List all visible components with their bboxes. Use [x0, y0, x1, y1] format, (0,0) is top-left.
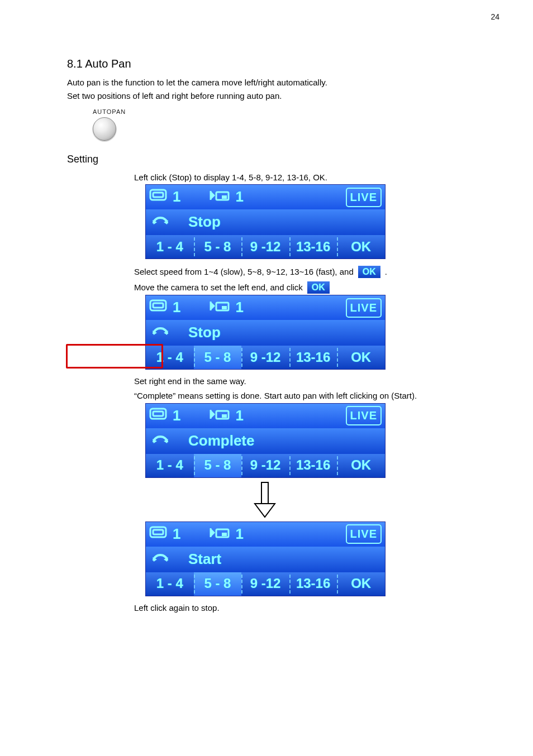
pip-number: 1 [235, 524, 243, 545]
range-13-16[interactable]: 13-16 [289, 346, 337, 369]
ok-button[interactable]: OK [337, 346, 385, 369]
section-title: 8.1 Auto Pan [67, 56, 477, 72]
monitor-number: 1 [173, 524, 180, 545]
autopan-hardware-button[interactable] [93, 117, 116, 141]
monitor-icon [149, 407, 168, 425]
cycle-icon [149, 212, 172, 232]
panel4-midbar: Start [146, 547, 385, 572]
complete-rest: means setting is done. Start auto pan wi… [175, 391, 417, 400]
live-badge: LIVE [346, 524, 382, 544]
osd-panel-1: 1 1 LIVE Stop 1 - 4 5 - 8 9 -12 [145, 184, 386, 259]
svg-rect-12 [261, 482, 268, 504]
range-9-12[interactable]: 9 -12 [241, 346, 289, 369]
complete-word: Complete [137, 391, 173, 400]
svg-rect-3 [222, 195, 227, 199]
svg-rect-1 [153, 193, 163, 197]
monitor-number: 1 [173, 297, 180, 318]
ok-button[interactable]: OK [337, 454, 385, 477]
live-badge: LIVE [346, 298, 382, 318]
panel3-midbar: Complete [146, 428, 385, 454]
autopan-button-wrap: AUTOPAN [93, 108, 126, 141]
ok-mini-2[interactable]: OK [307, 281, 330, 294]
osd-panel-4: 1 1 LIVE Start 1 - 4 5 - 8 9 -12 [145, 521, 386, 596]
svg-rect-7 [222, 306, 227, 309]
panel4-topbar: 1 1 LIVE [146, 522, 385, 547]
range-1-4[interactable]: 1 - 4 [146, 572, 194, 596]
panel3-botbar: 1 - 4 5 - 8 9 -12 13-16 OK [146, 454, 385, 477]
range-5-8[interactable]: 5 - 8 [194, 572, 242, 596]
page-content: 8.1 Auto Pan Auto pan is the function to… [0, 0, 533, 614]
monitor-icon [149, 299, 168, 317]
ok-mini-1[interactable]: OK [358, 266, 380, 278]
autopan-label: AUTOPAN [93, 108, 126, 117]
svg-rect-11 [222, 414, 227, 418]
range-13-16[interactable]: 13-16 [289, 235, 337, 259]
stop-line: Left click again to stop. [134, 602, 477, 614]
panel4-botbar: 1 - 4 5 - 8 9 -12 13-16 OK [146, 572, 385, 596]
range-13-16[interactable]: 13-16 [289, 454, 337, 477]
setting-heading: Setting [67, 152, 477, 166]
arrow-down-icon [251, 480, 278, 519]
panel1-midbar: Stop [146, 209, 385, 235]
move-left-text-a: Move the camera to set the left end, and… [134, 281, 303, 294]
panel3-status[interactable]: Complete [188, 430, 254, 452]
panel2-botbar: 1 - 4 5 - 8 9 -12 13-16 OK [146, 346, 385, 369]
panel4-status[interactable]: Start [188, 549, 221, 570]
page-number: 24 [491, 11, 499, 22]
svg-rect-16 [222, 533, 227, 536]
pip-icon [208, 189, 231, 205]
monitor-icon [149, 525, 168, 543]
panel1-botbar: 1 - 4 5 - 8 9 -12 13-16 OK [146, 235, 385, 259]
select-speed-line: Select speed from 1~4 (slow), 5~8, 9~12,… [134, 266, 477, 278]
monitor-icon [149, 188, 168, 206]
range-9-12[interactable]: 9 -12 [241, 454, 289, 477]
monitor-number: 1 [173, 186, 180, 208]
range-1-4[interactable]: 1 - 4 [146, 346, 194, 369]
pip-icon [208, 408, 231, 424]
osd-panel-3: 1 1 LIVE Complete 1 - 4 5 - 8 9 -12 [145, 403, 386, 478]
svg-rect-14 [153, 530, 163, 534]
osd-panel-2: 1 1 LIVE Stop 1 - 4 5 - 8 9 -12 [145, 295, 386, 370]
intro-line-1: Auto pan is the function to let the came… [67, 76, 477, 89]
panel1-status[interactable]: Stop [188, 212, 221, 233]
live-badge: LIVE [346, 406, 382, 425]
pip-number: 1 [235, 297, 243, 318]
panel2-topbar: 1 1 LIVE [146, 295, 385, 320]
set-right-end-line: Set right end in the same way. [134, 375, 477, 387]
range-9-12[interactable]: 9 -12 [241, 235, 289, 259]
range-1-4[interactable]: 1 - 4 [146, 454, 194, 477]
range-5-8[interactable]: 5 - 8 [194, 235, 242, 259]
live-badge: LIVE [346, 188, 382, 207]
pip-icon [208, 526, 231, 543]
cycle-icon [149, 431, 172, 451]
range-5-8[interactable]: 5 - 8 [194, 346, 242, 369]
select-speed-text-a: Select speed from 1~4 (slow), 5~8, 9~12,… [134, 266, 354, 278]
pip-icon [208, 299, 231, 316]
pip-number: 1 [235, 186, 243, 208]
panel1-topbar: 1 1 LIVE [146, 185, 385, 209]
intro-line-2: Set two positions of left and right befo… [67, 90, 477, 102]
panel3-topbar: 1 1 LIVE [146, 404, 385, 428]
autopan-button-block: AUTOPAN [93, 108, 477, 141]
range-13-16[interactable]: 13-16 [289, 572, 337, 596]
panel2-status[interactable]: Stop [188, 322, 221, 343]
ok-button[interactable]: OK [337, 235, 385, 259]
select-speed-text-b: . [385, 266, 387, 278]
svg-rect-9 [153, 412, 163, 416]
svg-rect-5 [153, 303, 163, 308]
range-9-12[interactable]: 9 -12 [241, 572, 289, 596]
cycle-icon [149, 323, 172, 343]
cycle-icon [149, 549, 172, 570]
monitor-number: 1 [173, 405, 180, 427]
panel2-midbar: Stop [146, 320, 385, 346]
range-1-4[interactable]: 1 - 4 [146, 235, 194, 259]
complete-line: “Complete” means setting is done. Start … [134, 390, 477, 402]
range-5-8[interactable]: 5 - 8 [194, 454, 242, 477]
ok-button[interactable]: OK [337, 572, 385, 596]
move-left-line: Move the camera to set the left end, and… [134, 281, 477, 294]
setting-line-1: Left click (Stop) to display 1-4, 5-8, 9… [134, 171, 477, 184]
pip-number: 1 [235, 405, 243, 427]
